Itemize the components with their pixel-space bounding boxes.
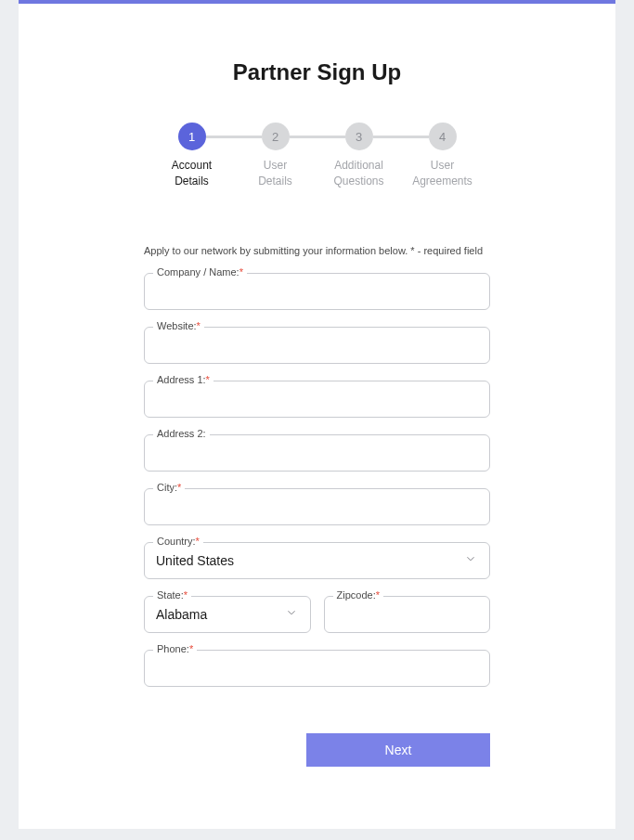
field-company: Company / Name:*: [144, 273, 490, 310]
field-label: State:*: [153, 589, 191, 601]
step-user-details: 2 User Details: [234, 123, 317, 189]
step-label: User Details: [258, 158, 292, 189]
form-instruction: Apply to our network by submitting your …: [144, 245, 490, 256]
button-row: Next: [144, 733, 490, 767]
field-city: City:*: [144, 488, 490, 525]
address2-input[interactable]: [144, 434, 490, 472]
step-connector: [206, 136, 262, 138]
field-state: State:* Alabama: [144, 596, 311, 633]
step-connector: [373, 136, 429, 138]
field-label: Company / Name:*: [153, 266, 247, 278]
field-zipcode: Zipcode:*: [324, 596, 491, 633]
step-connector: [290, 136, 345, 138]
field-label: Address 2:: [153, 428, 210, 439]
field-label: Phone:*: [153, 643, 197, 654]
select-wrapper: Alabama: [144, 596, 311, 633]
field-country: Country:* United States: [144, 542, 490, 579]
website-input[interactable]: [144, 327, 490, 364]
field-phone: Phone:*: [144, 650, 490, 687]
field-label: Country:*: [153, 536, 203, 547]
address1-input[interactable]: [144, 381, 490, 418]
step-additional-questions: 3 Additional Questions: [317, 123, 401, 189]
page-title: Partner Sign Up: [19, 4, 615, 123]
step-number: 2: [262, 123, 290, 150]
phone-input[interactable]: [144, 650, 490, 687]
field-row-state-zip: State:* Alabama Zipcode:*: [144, 596, 490, 633]
field-address2: Address 2:: [144, 434, 490, 472]
company-input[interactable]: [144, 273, 490, 310]
step-label: Account Details: [172, 158, 212, 189]
next-button[interactable]: Next: [306, 733, 490, 767]
select-wrapper: United States: [144, 542, 490, 579]
step-user-agreements: 4 User Agreements: [401, 123, 485, 189]
step-number: 4: [429, 123, 457, 150]
field-label: Website:*: [153, 320, 204, 331]
city-input[interactable]: [144, 488, 490, 525]
step-number: 3: [345, 123, 373, 150]
field-label: Zipcode:*: [333, 589, 383, 601]
field-address1: Address 1:*: [144, 381, 490, 418]
field-website: Website:*: [144, 327, 490, 364]
field-label: Address 1:*: [153, 374, 213, 385]
zipcode-input[interactable]: [324, 596, 491, 633]
field-label: City:*: [153, 482, 185, 493]
step-label: Additional Questions: [333, 158, 383, 189]
step-account-details: 1 Account Details: [150, 123, 234, 189]
step-label: User Agreements: [412, 158, 472, 189]
form: Apply to our network by submitting your …: [19, 245, 615, 767]
state-select[interactable]: Alabama: [144, 596, 311, 633]
stepper: 1 Account Details 2 User Details 3 Addit…: [19, 123, 615, 189]
step-number: 1: [178, 123, 206, 150]
country-select[interactable]: United States: [144, 542, 490, 579]
signup-card: Partner Sign Up 1 Account Details 2 User…: [19, 0, 615, 829]
